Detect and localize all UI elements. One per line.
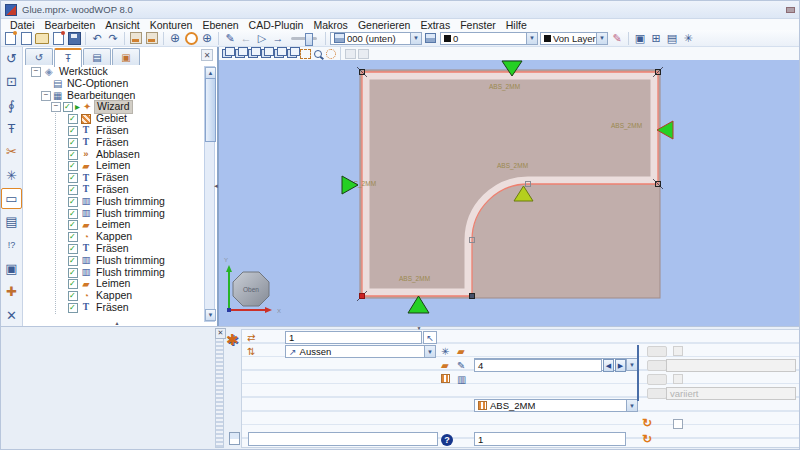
tab-contours[interactable] bbox=[25, 48, 53, 65]
circular-saw-macro-icon[interactable] bbox=[1, 165, 22, 186]
contour-macro-icon[interactable] bbox=[1, 48, 22, 69]
menu-item[interactable]: Ansicht bbox=[100, 19, 144, 31]
refresh-icon[interactable] bbox=[642, 432, 652, 446]
view-3d-icon[interactable] bbox=[200, 31, 214, 45]
checkbox-checked[interactable] bbox=[68, 185, 78, 195]
save-button[interactable] bbox=[67, 31, 81, 45]
operation-label[interactable]: Fräsen bbox=[96, 184, 129, 196]
operation-label[interactable]: Fräsen bbox=[96, 137, 129, 149]
chevron-down-icon[interactable]: ▼ bbox=[424, 346, 435, 357]
tree-operation-row[interactable]: Gebiet bbox=[56, 113, 203, 125]
collapse-icon[interactable]: − bbox=[31, 67, 41, 77]
view-top-active-icon[interactable] bbox=[184, 31, 198, 45]
step-back-icon[interactable] bbox=[239, 31, 253, 45]
layer-manager-icon[interactable] bbox=[424, 31, 438, 45]
routing-macro-icon[interactable] bbox=[1, 118, 22, 139]
step-forward-icon[interactable] bbox=[271, 31, 285, 45]
workpiece-drawing[interactable]: ABS_2MM ABS_2MM ABS_2MM ABS_2MM ABS_2MM bbox=[219, 60, 800, 326]
option-checkbox[interactable] bbox=[673, 419, 683, 429]
zoom-icon[interactable] bbox=[312, 48, 324, 59]
tree-operation-row[interactable]: Fräsen bbox=[56, 184, 203, 196]
contour-start-point[interactable] bbox=[360, 294, 365, 299]
checkbox-checked[interactable] bbox=[68, 209, 78, 219]
slider-thumb[interactable] bbox=[305, 33, 313, 46]
menu-item[interactable]: Makros bbox=[308, 19, 352, 31]
scrollbar-thumb[interactable] bbox=[205, 78, 216, 142]
multi-tool-macro-icon[interactable] bbox=[1, 305, 22, 326]
undo-icon[interactable] bbox=[90, 31, 104, 45]
direction-marker-bottom[interactable] bbox=[408, 296, 429, 313]
chevron-down-icon[interactable]: ▼ bbox=[626, 359, 637, 370]
panel-grip[interactable] bbox=[215, 328, 224, 448]
edge-type-select[interactable]: ABS_2MM ▼ bbox=[474, 399, 638, 412]
tree-operation-row[interactable]: Kappen bbox=[56, 290, 203, 302]
chevron-down-icon[interactable]: ▼ bbox=[526, 33, 537, 44]
new-component-button[interactable] bbox=[51, 31, 65, 45]
stepper-right-icon[interactable]: ▶ bbox=[615, 359, 626, 372]
workpiece-macro-icon[interactable] bbox=[1, 71, 22, 92]
checkbox-checked[interactable] bbox=[68, 138, 78, 148]
collapse-icon[interactable]: − bbox=[51, 102, 61, 112]
close-icon[interactable]: ✕ bbox=[201, 49, 213, 61]
chevron-down-icon[interactable]: ▼ bbox=[626, 400, 637, 411]
contour-side-select[interactable]: Aussen ▼ bbox=[285, 345, 436, 358]
checkbox-checked[interactable] bbox=[63, 102, 73, 112]
edge-count-stepper[interactable]: 4 bbox=[474, 359, 602, 372]
menu-item[interactable]: Extras bbox=[415, 19, 455, 31]
redo-icon[interactable] bbox=[106, 31, 120, 45]
direction-marker-left[interactable] bbox=[342, 176, 358, 194]
checkbox-checked[interactable] bbox=[68, 161, 78, 171]
tree-operation-row[interactable]: Flush trimming bbox=[56, 196, 203, 208]
refresh-icon[interactable] bbox=[642, 416, 652, 430]
special-macro-icon[interactable] bbox=[1, 281, 22, 302]
pocket-macro-icon-selected[interactable] bbox=[1, 188, 22, 209]
checkbox-checked[interactable] bbox=[68, 291, 78, 301]
machine-tools-icon[interactable] bbox=[681, 31, 695, 45]
checkbox-checked[interactable] bbox=[68, 232, 78, 242]
view-top-cube-icon[interactable] bbox=[273, 48, 285, 59]
menu-item[interactable]: Fenster bbox=[455, 19, 501, 31]
checkbox-checked[interactable] bbox=[68, 220, 78, 230]
tree-operation-row[interactable]: Leimen bbox=[56, 160, 203, 172]
components-macro-icon[interactable] bbox=[1, 258, 22, 279]
layer-toggle-icon[interactable] bbox=[229, 432, 240, 445]
open-file-button[interactable] bbox=[35, 31, 49, 45]
collapse-icon[interactable]: − bbox=[41, 91, 51, 101]
menu-item[interactable]: Hilfe bbox=[501, 19, 532, 31]
tab-variables[interactable] bbox=[83, 48, 111, 65]
contour-number-input[interactable]: 1 bbox=[285, 331, 422, 344]
menu-item[interactable]: Datei bbox=[5, 19, 40, 31]
checkbox-checked[interactable] bbox=[68, 279, 78, 289]
view-iso-2-icon[interactable] bbox=[234, 48, 246, 59]
tree-operation-row[interactable]: Kappen bbox=[56, 231, 203, 243]
tab-machinings[interactable] bbox=[54, 48, 82, 67]
simulate-play-icon[interactable] bbox=[255, 31, 269, 45]
chevron-down-icon[interactable]: ▼ bbox=[596, 33, 607, 44]
export-image-icon[interactable] bbox=[633, 31, 647, 45]
tree-operation-row[interactable]: Flush trimming bbox=[56, 255, 203, 267]
menu-item[interactable]: CAD-Plugin bbox=[244, 19, 309, 31]
tree-operation-row[interactable]: Fräsen bbox=[56, 243, 203, 255]
view-side-cube-icon[interactable] bbox=[260, 48, 272, 59]
menu-item[interactable]: Konturen bbox=[145, 19, 198, 31]
chevron-down-icon[interactable]: ▼ bbox=[410, 33, 421, 44]
checkbox-checked[interactable] bbox=[68, 114, 78, 124]
checkbox-checked[interactable] bbox=[68, 197, 78, 207]
tree-label[interactable]: NC-Optionen bbox=[67, 78, 128, 90]
line-color-select[interactable]: Von Layer ▼ bbox=[540, 32, 608, 45]
checkbox-checked[interactable] bbox=[68, 150, 78, 160]
layer-select[interactable]: 000 (unten) ▼ bbox=[330, 32, 422, 45]
tab-components[interactable] bbox=[112, 48, 140, 65]
drawing-canvas[interactable]: ABS_2MM ABS_2MM ABS_2MM ABS_2MM ABS_2MM bbox=[219, 60, 800, 326]
tree-operation-row[interactable]: Fräsen bbox=[56, 302, 203, 314]
sawing-macro-icon[interactable] bbox=[1, 141, 22, 162]
new-file-button[interactable] bbox=[3, 31, 17, 45]
operation-label[interactable]: Fräsen bbox=[96, 243, 129, 255]
zoom-all-icon[interactable] bbox=[325, 48, 337, 59]
draw-mode-icon[interactable] bbox=[223, 31, 237, 45]
operation-label[interactable]: Fräsen bbox=[96, 302, 129, 314]
tree-operation-row[interactable]: Fräsen bbox=[56, 172, 203, 184]
checkbox-checked[interactable] bbox=[68, 126, 78, 136]
operation-label[interactable]: Flush trimming bbox=[96, 196, 165, 208]
operation-label[interactable]: Flush trimming bbox=[96, 255, 165, 267]
